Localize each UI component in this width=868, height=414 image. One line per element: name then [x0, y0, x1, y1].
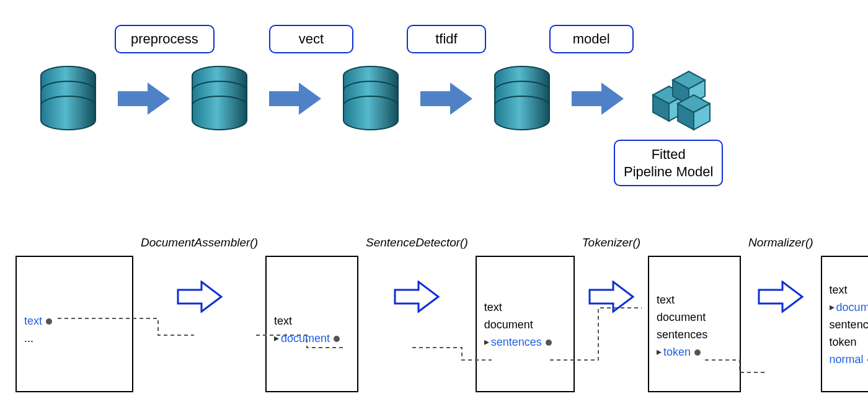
connector-arrow-in-icon: ▸ — [830, 300, 835, 315]
nlp-item: document — [484, 317, 533, 334]
connector-dot-icon — [46, 318, 52, 325]
nlp-item: sentences — [830, 317, 868, 334]
nlp-arrow-1: SentenceDetector() — [366, 236, 468, 313]
nlp-step-3-label: Tokenizer() — [582, 236, 640, 251]
nlp-item: normal — [830, 351, 864, 369]
fitted-model-label-wrap: FittedPipeline Model — [614, 140, 723, 186]
fitted-model-label: FittedPipeline Model — [614, 140, 723, 186]
nlp-step-1: . text ▸document — [265, 236, 358, 392]
nlp-item: document — [836, 299, 868, 317]
nlp-item: document — [657, 309, 706, 326]
nlp-pipeline-diagram: text ... DocumentAssembler() . text ▸doc… — [16, 236, 852, 392]
connector-dot-icon — [694, 349, 701, 356]
connector-arrow-in-icon: ▸ — [657, 344, 662, 360]
nlp-item: ... — [24, 330, 33, 348]
nlp-step-3: . text document sentences ▸token — [648, 236, 741, 392]
nlp-item: text — [24, 313, 42, 330]
nlp-item: document — [281, 330, 330, 348]
nlp-item: text — [657, 292, 675, 309]
arrow-right-outline-icon — [394, 281, 440, 313]
nlp-item: token — [663, 344, 691, 361]
database-icon — [340, 65, 402, 133]
nlp-arrow-2: Tokenizer() — [582, 236, 640, 313]
nlp-step-3-box: text document sentences ▸token — [648, 256, 741, 392]
database-icon — [188, 65, 250, 133]
nlp-step-2-box: text document ▸sentences — [476, 256, 575, 392]
nlp-step-1-label: DocumentAssembler() — [141, 236, 258, 251]
database-icon — [491, 65, 553, 133]
nlp-step-2-label: SentenceDetector() — [366, 236, 468, 251]
nlp-arrow-3: Normalizer() — [748, 236, 813, 313]
nlp-step-2: . text document ▸sentences — [476, 236, 575, 392]
nlp-item: text — [830, 282, 848, 299]
arrow-right-solid-icon — [419, 81, 474, 116]
nlp-arrow-0: DocumentAssembler() — [141, 236, 258, 313]
arrow-right-outline-icon — [588, 281, 634, 313]
nlp-step-4-box: text ▸document sentences token normal — [821, 256, 868, 392]
stage-label-model: model — [549, 25, 634, 53]
nlp-step-4: . text ▸document sentences token normal — [821, 236, 868, 392]
nlp-step-4-label: Normalizer() — [748, 236, 813, 251]
stage-label-vect: vect — [269, 25, 353, 53]
ml-pipeline-diagram: preprocess vect tfidf model — [37, 25, 831, 133]
nlp-item: text — [274, 313, 292, 330]
nlp-step-1-box: text ▸document — [265, 256, 358, 392]
arrow-right-solid-icon — [268, 81, 322, 116]
stage-label-tfidf: tfidf — [407, 25, 485, 53]
nlp-item: sentences — [657, 326, 707, 344]
database-icon — [37, 65, 99, 133]
nlp-item: text — [484, 299, 502, 317]
stage-label-preprocess: preprocess — [115, 25, 215, 53]
connector-dot-icon — [546, 340, 552, 346]
connector-dot-icon — [334, 336, 340, 342]
arrow-right-solid-icon — [117, 81, 171, 116]
connector-arrow-in-icon: ▸ — [484, 335, 489, 350]
fitted-model-line1: FittedPipeline Model — [624, 146, 713, 179]
arrow-right-solid-icon — [570, 81, 625, 116]
nlp-step-0: text ... — [16, 236, 133, 392]
arrow-right-outline-icon — [177, 281, 223, 313]
nlp-item: sentences — [491, 334, 542, 351]
connector-arrow-in-icon: ▸ — [274, 331, 279, 346]
model-cube-icon — [642, 65, 711, 133]
arrow-right-outline-icon — [758, 281, 804, 313]
nlp-step-0-box: text ... — [16, 256, 133, 392]
pipeline-row — [37, 65, 831, 133]
nlp-item: token — [830, 334, 857, 351]
stage-labels-row: preprocess vect tfidf model — [37, 25, 831, 53]
